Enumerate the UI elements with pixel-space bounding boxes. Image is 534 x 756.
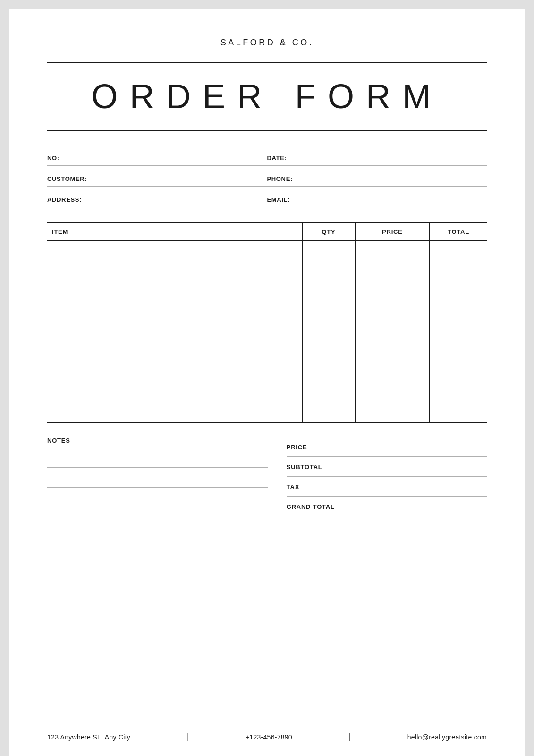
cell-price-2[interactable]	[355, 292, 430, 318]
page: SALFORD & CO. ORDER FORM NO: DATE: CUSTO…	[9, 9, 525, 756]
customer-info-section: NO: DATE: CUSTOMER: PHONE: ADDRESS:	[47, 145, 487, 207]
cell-total-6[interactable]	[430, 396, 487, 422]
value-no[interactable]	[63, 151, 267, 160]
notes-line-4[interactable]	[47, 507, 268, 527]
notes-lines	[47, 448, 268, 527]
cell-item-2[interactable]	[47, 292, 302, 318]
notes-line-2[interactable]	[47, 468, 268, 488]
footer-address: 123 Anywhere St., Any City	[47, 733, 130, 741]
col-header-price: PRICE	[355, 222, 430, 241]
value-customer[interactable]	[91, 172, 267, 181]
footer-phone: +123-456-7890	[246, 733, 292, 741]
value-email[interactable]	[294, 192, 487, 202]
table-row[interactable]	[47, 292, 487, 318]
cell-qty-0[interactable]	[302, 241, 355, 266]
cell-total-3[interactable]	[430, 318, 487, 344]
info-row-customer-phone: CUSTOMER: PHONE:	[47, 166, 487, 187]
label-customer: CUSTOMER:	[47, 175, 87, 182]
totals-grand-total-label: GRAND TOTAL	[287, 503, 335, 510]
field-date: DATE:	[267, 151, 487, 162]
totals-section: PRICE SUBTOTAL TAX GRAND TOTAL	[287, 437, 487, 527]
table-header-row: ITEM QTY PRICE TOTAL	[47, 222, 487, 241]
cell-qty-1[interactable]	[302, 266, 355, 292]
field-address: ADDRESS:	[47, 192, 267, 203]
cell-price-3[interactable]	[355, 318, 430, 344]
cell-total-0[interactable]	[430, 241, 487, 266]
value-address[interactable]	[85, 192, 267, 202]
totals-row-price: PRICE	[287, 437, 487, 457]
label-phone: PHONE:	[267, 175, 293, 182]
label-email: EMAIL:	[267, 196, 290, 203]
cell-price-6[interactable]	[355, 396, 430, 422]
bottom-section: NOTES PRICE SUBTOTAL TAX G	[47, 437, 487, 527]
cell-item-4[interactable]	[47, 344, 302, 370]
footer-divider-2: |	[349, 732, 351, 742]
footer-divider-1: |	[187, 732, 189, 742]
table-row[interactable]	[47, 370, 487, 396]
table-row[interactable]	[47, 241, 487, 266]
cell-price-0[interactable]	[355, 241, 430, 266]
company-name: SALFORD & CO.	[47, 38, 487, 48]
cell-price-4[interactable]	[355, 344, 430, 370]
table-row[interactable]	[47, 266, 487, 292]
field-no: NO:	[47, 151, 267, 162]
cell-item-6[interactable]	[47, 396, 302, 422]
notes-section: NOTES	[47, 437, 268, 527]
totals-row-subtotal: SUBTOTAL	[287, 457, 487, 477]
cell-price-1[interactable]	[355, 266, 430, 292]
footer-email: hello@reallygreatsite.com	[407, 733, 487, 741]
col-header-total: TOTAL	[430, 222, 487, 241]
title-divider	[47, 130, 487, 131]
cell-total-2[interactable]	[430, 292, 487, 318]
totals-row-grand-total: GRAND TOTAL	[287, 497, 487, 516]
cell-total-4[interactable]	[430, 344, 487, 370]
value-date[interactable]	[291, 151, 487, 160]
col-header-item: ITEM	[47, 222, 302, 241]
label-date: DATE:	[267, 155, 287, 162]
value-phone[interactable]	[297, 172, 487, 181]
totals-price-label: PRICE	[287, 444, 307, 451]
field-phone: PHONE:	[267, 172, 487, 182]
totals-subtotal-label: SUBTOTAL	[287, 464, 322, 471]
cell-item-5[interactable]	[47, 370, 302, 396]
col-header-qty: QTY	[302, 222, 355, 241]
table-row[interactable]	[47, 344, 487, 370]
cell-total-5[interactable]	[430, 370, 487, 396]
info-row-address-email: ADDRESS: EMAIL:	[47, 187, 487, 207]
totals-row-tax: TAX	[287, 477, 487, 497]
table-row[interactable]	[47, 396, 487, 422]
field-customer: CUSTOMER:	[47, 172, 267, 182]
notes-label: NOTES	[47, 437, 268, 444]
footer: 123 Anywhere St., Any City | +123-456-78…	[47, 718, 487, 742]
cell-price-5[interactable]	[355, 370, 430, 396]
cell-qty-3[interactable]	[302, 318, 355, 344]
info-row-no-date: NO: DATE:	[47, 145, 487, 166]
cell-item-0[interactable]	[47, 241, 302, 266]
cell-qty-4[interactable]	[302, 344, 355, 370]
label-no: NO:	[47, 155, 59, 162]
items-table: ITEM QTY PRICE TOTAL	[47, 222, 487, 423]
label-address: ADDRESS:	[47, 196, 82, 203]
cell-qty-5[interactable]	[302, 370, 355, 396]
totals-tax-label: TAX	[287, 483, 299, 490]
notes-line-1[interactable]	[47, 448, 268, 468]
form-title: ORDER FORM	[47, 63, 487, 130]
cell-item-3[interactable]	[47, 318, 302, 344]
notes-line-3[interactable]	[47, 488, 268, 507]
cell-qty-2[interactable]	[302, 292, 355, 318]
cell-qty-6[interactable]	[302, 396, 355, 422]
cell-total-1[interactable]	[430, 266, 487, 292]
cell-item-1[interactable]	[47, 266, 302, 292]
field-email: EMAIL:	[267, 192, 487, 203]
table-row[interactable]	[47, 318, 487, 344]
